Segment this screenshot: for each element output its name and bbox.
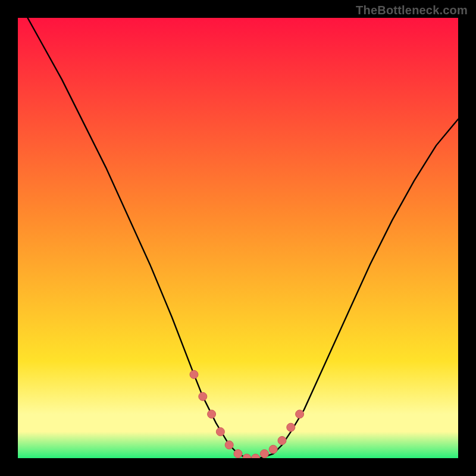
marker-point (199, 392, 207, 400)
plot-area (18, 18, 458, 458)
watermark-label: TheBottleneck.com (356, 4, 468, 17)
marker-point (269, 445, 277, 453)
marker-point (190, 370, 198, 378)
marker-point (296, 410, 304, 418)
marker-point (260, 450, 268, 458)
marker-point (225, 441, 233, 449)
bottleneck-chart (18, 18, 458, 458)
chart-frame: TheBottleneck.com (0, 0, 476, 476)
marker-point (216, 428, 224, 436)
marker-point (287, 423, 295, 431)
gradient-background (18, 18, 458, 458)
marker-point (278, 436, 286, 444)
marker-point (208, 410, 216, 418)
marker-point (234, 450, 242, 458)
